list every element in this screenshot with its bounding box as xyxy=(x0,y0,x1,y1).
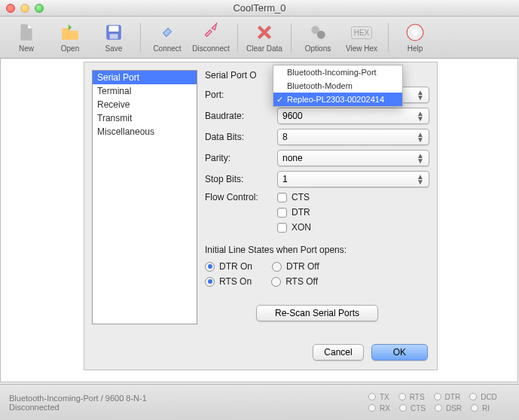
toolbar-separator xyxy=(140,23,141,52)
toolbar-save[interactable]: Save xyxy=(93,22,134,53)
svg-rect-1 xyxy=(109,26,119,32)
toolbar-view-hex[interactable]: HEX View Hex xyxy=(341,22,382,53)
port-dropdown-menu: Bluetooth-Incoming-Port Bluetooth-Modem … xyxy=(273,65,403,107)
initial-line-states-label: Initial Line States when Port opens: xyxy=(205,245,429,255)
databits-select[interactable]: 8▲▼ xyxy=(277,129,429,145)
options-content: Serial Port O Port: ▲▼ Baudrate: 9600▲▼ … xyxy=(205,70,429,324)
baud-label: Baudrate: xyxy=(205,111,273,121)
parity-value: none xyxy=(282,153,303,163)
disconnect-icon xyxy=(199,22,223,43)
indicator-cts: CTS xyxy=(399,404,426,412)
rts-off-radio[interactable]: RTS Off xyxy=(271,276,318,287)
indicator-rx: RX xyxy=(368,404,390,412)
toolbar-label: Connect xyxy=(153,44,181,53)
dtr-checkbox[interactable]: DTR xyxy=(277,207,310,218)
save-icon xyxy=(102,22,126,43)
indicator-tx: TX xyxy=(368,393,389,401)
titlebar: CoolTerm_0 xyxy=(0,0,519,17)
main-area: Serial Port Terminal Receive Transmit Mi… xyxy=(0,59,518,382)
sidebar-item-serial-port[interactable]: Serial Port xyxy=(93,71,197,84)
parity-label: Parity: xyxy=(205,153,273,163)
toolbar-label: Options xyxy=(305,44,331,53)
clear-icon xyxy=(252,22,276,43)
toolbar-label: Save xyxy=(105,44,123,53)
stopbits-value: 1 xyxy=(282,174,288,184)
status-bar: Bluetooth-Incoming-Port / 9600 8-N-1 Dis… xyxy=(0,384,519,420)
gear-icon xyxy=(306,22,330,43)
help-icon xyxy=(403,22,427,43)
sidebar-item-miscellaneous[interactable]: Miscellaneous xyxy=(93,125,197,138)
hex-icon: HEX xyxy=(350,22,374,43)
parity-select[interactable]: none▲▼ xyxy=(277,150,429,166)
cancel-button[interactable]: Cancel xyxy=(313,344,363,361)
ok-button[interactable]: OK xyxy=(371,344,428,361)
svg-point-4 xyxy=(317,31,325,39)
toolbar-options[interactable]: Options xyxy=(298,22,338,53)
status-left: Bluetooth-Incoming-Port / 9600 8-N-1 Dis… xyxy=(0,389,361,416)
indicator-ri: RI xyxy=(471,404,490,412)
rts-on-label: RTS On xyxy=(219,276,252,287)
status-state: Disconnected xyxy=(9,403,352,412)
toolbar-label: Help xyxy=(408,44,423,53)
toolbar-label: Open xyxy=(61,44,79,53)
databits-label: Data Bits: xyxy=(205,132,273,142)
dtr-off-label: DTR Off xyxy=(286,261,319,272)
stopbits-select[interactable]: 1▲▼ xyxy=(277,171,429,187)
port-option[interactable]: Bluetooth-Incoming-Port xyxy=(273,65,402,79)
options-dialog: Serial Port Terminal Receive Transmit Mi… xyxy=(84,62,438,370)
status-indicators: TX RTS DTR DCD RX CTS DSR RI xyxy=(361,388,519,417)
toolbar-label: New xyxy=(19,44,34,53)
window-title: CoolTerm_0 xyxy=(0,2,519,14)
toolbar: New Open Save Connect Disconnect Clear D… xyxy=(0,17,519,59)
toolbar-label: Disconnect xyxy=(192,44,229,53)
toolbar-disconnect[interactable]: Disconnect xyxy=(191,22,231,53)
svg-rect-2 xyxy=(110,34,118,38)
xon-checkbox[interactable]: XON xyxy=(277,222,311,233)
sidebar-item-terminal[interactable]: Terminal xyxy=(93,84,197,98)
toolbar-new[interactable]: New xyxy=(6,22,47,53)
cts-label: CTS xyxy=(292,192,310,202)
connect-icon xyxy=(155,22,179,43)
dtr-label: DTR xyxy=(292,207,310,218)
toolbar-connect[interactable]: Connect xyxy=(147,22,188,53)
toolbar-separator xyxy=(388,23,389,52)
dialog-buttons: Cancel OK xyxy=(313,344,428,361)
sidebar-item-receive[interactable]: Receive xyxy=(93,98,197,111)
toolbar-help[interactable]: Help xyxy=(395,22,435,53)
dtr-on-label: DTR On xyxy=(219,261,252,272)
dtr-on-radio[interactable]: DTR On xyxy=(205,261,252,272)
baud-value: 9600 xyxy=(282,111,303,121)
xon-label: XON xyxy=(292,222,311,233)
toolbar-open[interactable]: Open xyxy=(50,22,90,53)
stopbits-label: Stop Bits: xyxy=(205,174,273,184)
toolbar-separator xyxy=(237,23,238,52)
svg-point-6 xyxy=(412,29,419,36)
port-option-selected[interactable]: Repleo-PL2303-00202414 xyxy=(273,93,402,106)
indicator-dtr: DTR xyxy=(434,393,461,401)
flowcontrol-label: Flow Control: xyxy=(205,192,273,202)
cts-checkbox[interactable]: CTS xyxy=(277,192,310,202)
document-icon xyxy=(14,22,38,43)
indicator-rts: RTS xyxy=(398,393,425,401)
options-sidebar: Serial Port Terminal Receive Transmit Mi… xyxy=(92,70,197,324)
open-icon xyxy=(58,22,82,43)
databits-value: 8 xyxy=(282,132,288,142)
status-connection: Bluetooth-Incoming-Port / 9600 8-N-1 xyxy=(9,394,352,403)
rts-on-radio[interactable]: RTS On xyxy=(205,276,252,287)
indicator-dsr: DSR xyxy=(435,404,462,412)
baud-select[interactable]: 9600▲▼ xyxy=(277,108,429,124)
port-option[interactable]: Bluetooth-Modem xyxy=(273,79,402,93)
rts-off-label: RTS Off xyxy=(285,276,318,287)
dtr-off-radio[interactable]: DTR Off xyxy=(272,261,319,272)
sidebar-item-transmit[interactable]: Transmit xyxy=(93,111,197,125)
toolbar-separator xyxy=(291,23,292,52)
toolbar-clear-data[interactable]: Clear Data xyxy=(244,22,285,53)
rescan-button[interactable]: Re-Scan Serial Ports xyxy=(256,305,378,321)
indicator-dcd: DCD xyxy=(469,393,497,401)
toolbar-label: View Hex xyxy=(346,44,377,53)
toolbar-label: Clear Data xyxy=(246,44,282,53)
port-label: Port: xyxy=(205,90,273,100)
